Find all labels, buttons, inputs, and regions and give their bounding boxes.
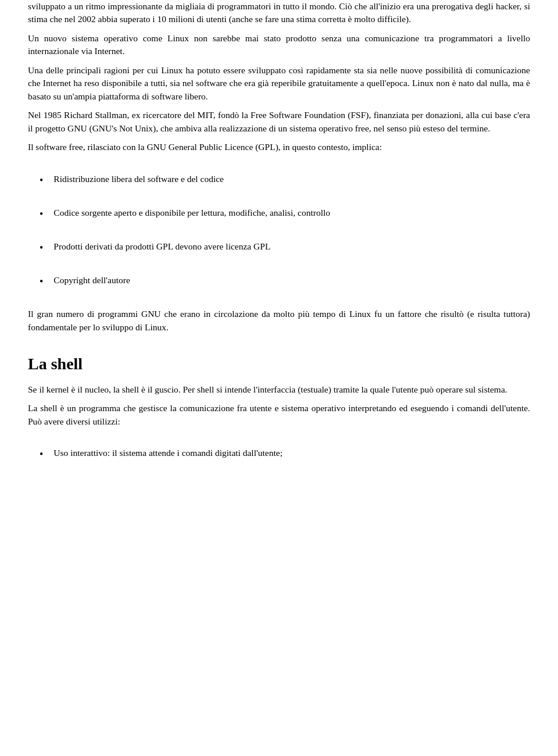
closing-paragraph: Il gran numero di programmi GNU che eran…	[28, 308, 530, 334]
shell-bullet-list: • Uso interattivo: il sistema attende i …	[28, 447, 530, 462]
section-title: La shell	[28, 352, 530, 376]
paragraph-2: Un nuovo sistema operativo come Linux no…	[28, 32, 530, 58]
paragraph-5: Il software free, rilasciato con la GNU …	[28, 141, 530, 154]
bullet-text: Codice sorgente aperto e disponibile per…	[53, 206, 530, 219]
main-content: sviluppato a un ritmo impressionante da …	[28, 0, 530, 462]
bullet-dot: •	[40, 173, 43, 188]
list-item: • Codice sorgente aperto e disponibile p…	[40, 206, 530, 222]
list-item: • Ridistribuzione libera del software e …	[40, 173, 530, 188]
bullet-text: Prodotti derivati da prodotti GPL devono…	[53, 240, 530, 253]
paragraph-4: Nel 1985 Richard Stallman, ex ricercator…	[28, 109, 530, 135]
bullet-text: Copyright dell'autore	[53, 274, 530, 287]
bullet-dot: •	[40, 447, 43, 462]
paragraph-3: Una delle principali ragioni per cui Lin…	[28, 64, 530, 103]
list-item: • Copyright dell'autore	[40, 274, 530, 289]
bullet-dot: •	[40, 206, 43, 222]
bullet-dot: •	[40, 240, 43, 255]
paragraph-1: sviluppato a un ritmo impressionante da …	[28, 0, 530, 26]
shell-paragraph-2: La shell è un programma che gestisce la …	[28, 402, 530, 428]
shell-paragraph-1: Se il kernel è il nucleo, la shell è il …	[28, 383, 530, 396]
bullet-text: Uso interattivo: il sistema attende i co…	[53, 447, 530, 459]
list-item: • Uso interattivo: il sistema attende i …	[40, 447, 530, 462]
bullet-text: Ridistribuzione libera del software e de…	[53, 173, 530, 186]
bullet-dot: •	[40, 274, 43, 289]
bullet-list: • Ridistribuzione libera del software e …	[28, 173, 530, 289]
list-item: • Prodotti derivati da prodotti GPL devo…	[40, 240, 530, 255]
